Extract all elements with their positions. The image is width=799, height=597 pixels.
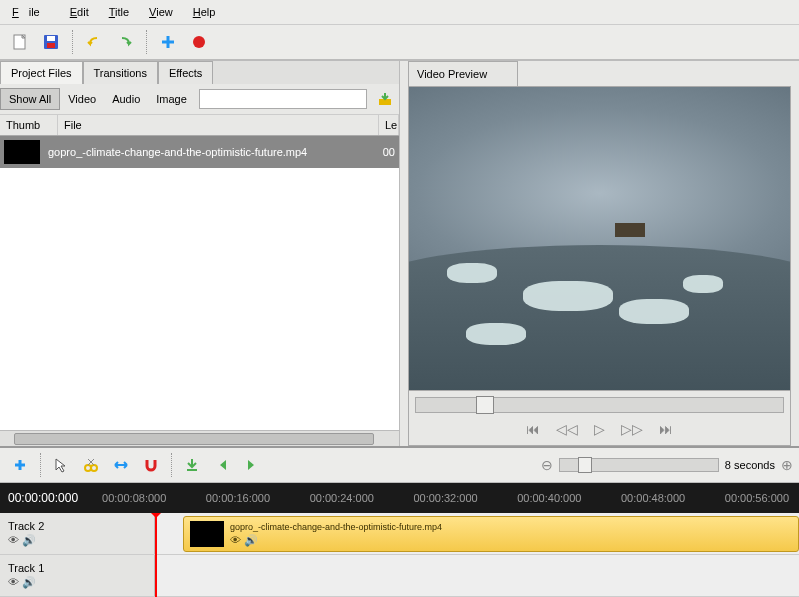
prev-marker-button[interactable] (208, 452, 236, 478)
preview-content (615, 223, 645, 237)
step-forward-button[interactable]: ▷▷ (617, 419, 647, 439)
clip[interactable]: gopro_-climate-change-and-the-optimistic… (183, 516, 799, 552)
add-track-button[interactable] (6, 452, 34, 478)
zoom-slider[interactable] (559, 458, 719, 472)
filter-video[interactable]: Video (60, 89, 104, 109)
svg-point-4 (193, 36, 205, 48)
playhead[interactable] (155, 517, 157, 597)
project-panel: Project Files Transitions Effects Show A… (0, 61, 400, 446)
filter-show-all[interactable]: Show All (0, 88, 60, 110)
track-name: Track 2 (8, 520, 146, 532)
menu-bar: File Edit Title View Help (0, 0, 799, 25)
col-thumb[interactable]: Thumb (0, 115, 58, 135)
play-button[interactable]: ▷ (590, 419, 609, 439)
menu-title[interactable]: Title (99, 3, 139, 21)
svg-rect-3 (47, 43, 55, 48)
next-marker-button[interactable] (238, 452, 266, 478)
track-name: Track 1 (8, 562, 146, 574)
eye-icon[interactable]: 👁 (8, 576, 19, 588)
file-name: gopro_-climate-change-and-the-optimistic… (48, 146, 383, 158)
zoom-out-icon[interactable]: ⊖ (541, 457, 553, 473)
filter-audio[interactable]: Audio (104, 89, 148, 109)
speaker-icon[interactable]: 🔊 (22, 534, 36, 546)
undo-button[interactable] (80, 29, 108, 55)
speaker-icon: 🔊 (244, 534, 258, 546)
add-marker-button[interactable] (178, 452, 206, 478)
record-button[interactable] (185, 29, 213, 55)
razor-tool[interactable] (77, 452, 105, 478)
snap-tool[interactable] (137, 452, 165, 478)
horizontal-scrollbar[interactable] (0, 430, 399, 446)
goto-start-button[interactable]: ⏮ (522, 419, 544, 439)
tab-effects[interactable]: Effects (158, 61, 213, 84)
goto-end-button[interactable]: ⏭ (655, 419, 677, 439)
time-ruler[interactable]: 00:00:00:000 00:00:08:000 00:00:16:000 0… (0, 483, 799, 513)
track-header[interactable]: Track 2 👁 🔊 (0, 513, 155, 554)
menu-edit[interactable]: Edit (60, 3, 99, 21)
menu-view[interactable]: View (139, 3, 183, 21)
menu-help[interactable]: Help (183, 3, 226, 21)
current-time: 00:00:00:000 (8, 491, 78, 505)
file-thumbnail (4, 140, 40, 164)
filter-image[interactable]: Image (148, 89, 195, 109)
svg-rect-8 (187, 469, 197, 471)
eye-icon: 👁 (230, 534, 241, 546)
menu-file[interactable]: File (2, 3, 60, 21)
pointer-tool[interactable] (47, 452, 75, 478)
svg-rect-2 (47, 36, 55, 41)
file-row[interactable]: gopro_-climate-change-and-the-optimistic… (0, 136, 399, 168)
search-input[interactable] (199, 89, 367, 109)
import-button[interactable] (371, 86, 399, 112)
col-file[interactable]: File (58, 115, 379, 135)
file-length: 00 (383, 146, 395, 158)
redo-button[interactable] (111, 29, 139, 55)
svg-point-7 (91, 465, 97, 471)
main-toolbar (0, 25, 799, 61)
clip-label: gopro_-climate-change-and-the-optimistic… (230, 522, 442, 532)
track-2: Track 2 👁 🔊 gopro_-climate-change-and-th… (0, 513, 799, 555)
track-1: Track 1 👁 🔊 (0, 555, 799, 597)
preview-panel: Video Preview ⏮ ◁◁ ▷ ▷▷ ⏭ (400, 61, 799, 446)
step-back-button[interactable]: ◁◁ (552, 419, 582, 439)
track-header[interactable]: Track 1 👁 🔊 (0, 555, 155, 596)
preview-header: Video Preview (408, 61, 518, 86)
add-button[interactable] (154, 29, 182, 55)
video-preview[interactable] (408, 86, 791, 391)
resize-tool[interactable] (107, 452, 135, 478)
save-button[interactable] (37, 29, 65, 55)
new-button[interactable] (6, 29, 34, 55)
file-list: gopro_-climate-change-and-the-optimistic… (0, 136, 399, 430)
clip-thumbnail (190, 521, 224, 547)
zoom-in-icon[interactable]: ⊕ (781, 457, 793, 473)
speaker-icon[interactable]: 🔊 (22, 576, 36, 588)
timeline: ⊖ 8 seconds ⊕ 00:00:00:000 00:00:08:000 … (0, 446, 799, 597)
tab-project-files[interactable]: Project Files (0, 61, 83, 84)
col-length[interactable]: Le (379, 115, 399, 135)
zoom-label: 8 seconds (725, 459, 775, 471)
tab-transitions[interactable]: Transitions (83, 61, 158, 84)
seek-slider[interactable] (415, 397, 784, 413)
eye-icon[interactable]: 👁 (8, 534, 19, 546)
